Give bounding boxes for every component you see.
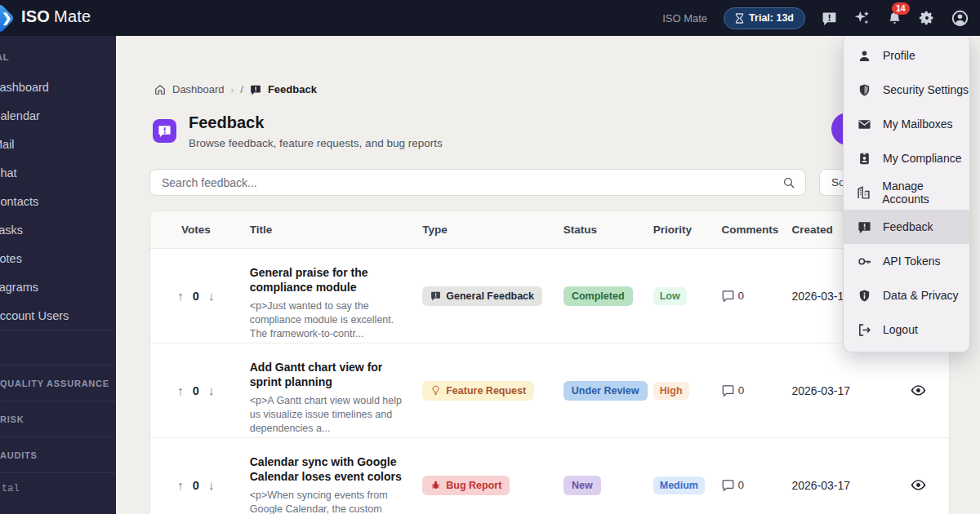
sidebar-section-audits[interactable]: AUDITS (0, 437, 116, 472)
envelope-icon (857, 117, 871, 131)
sidebar-section-risk[interactable]: RISK (0, 401, 116, 436)
building-icon (857, 186, 871, 200)
sidebar-item-notes[interactable]: Notes (0, 244, 116, 273)
menu-item-security-settings[interactable]: Security Settings (844, 73, 969, 107)
breadcrumb: Dashboard › / Feedback (154, 83, 317, 95)
table-row[interactable]: ↑ 0 ↓ Add Gantt chart view for sprint pl… (150, 343, 949, 438)
view-button[interactable] (911, 383, 926, 398)
sidebar-item-account-users[interactable]: Account Users (0, 301, 116, 330)
menu-item-label: My Mailboxes (883, 117, 953, 131)
feedback-page-icon (153, 119, 176, 143)
feedback-type-icon (430, 290, 441, 301)
status-badge: New (564, 476, 601, 495)
feedback-table: Votes Title Type Status Priority Comment… (149, 210, 950, 514)
menu-item-my-compliance[interactable]: My Compliance (844, 141, 969, 175)
col-priority: Priority (641, 224, 706, 236)
priority-badge: High (653, 382, 689, 400)
table-row[interactable]: ↑ 0 ↓ Calendar sync with Google Calendar… (150, 438, 949, 514)
feedback-nav-icon[interactable] (820, 9, 838, 27)
view-button[interactable] (911, 477, 926, 493)
status-badge: Completed (564, 286, 633, 306)
menu-item-feedback[interactable]: Feedback (844, 210, 969, 244)
downvote-button[interactable]: ↓ (208, 478, 215, 492)
menu-item-label: Data & Privacy (883, 289, 959, 302)
created-date: 2026-03-17 (775, 343, 888, 437)
menu-item-manage-accounts[interactable]: Manage Accounts (844, 175, 969, 210)
feedback-title: General praise for the compliance module (250, 265, 405, 295)
sparkles-icon[interactable] (853, 9, 871, 27)
feedback-crumb-icon (250, 84, 261, 95)
sidebar-item-calendar[interactable]: Calendar (0, 101, 116, 130)
upvote-button[interactable]: ↑ (177, 478, 184, 492)
brand-light: Mate (54, 7, 91, 25)
bug-icon (430, 480, 441, 490)
comment-count: 0 (738, 479, 745, 491)
comment-icon (722, 290, 734, 302)
page-title: Feedback (189, 113, 443, 132)
priority-badge: Low (653, 287, 687, 305)
upvote-button[interactable]: ↑ (177, 289, 184, 303)
menu-item-profile[interactable]: Profile (844, 38, 969, 73)
feedback-description: <p>Just wanted to say the compliance mod… (250, 299, 405, 341)
status-badge: Under Review (564, 381, 648, 401)
navbar-app-name: ISO Mate (662, 12, 707, 24)
menu-item-my-mailboxes[interactable]: My Mailboxes (844, 107, 969, 141)
profile-icon (857, 49, 871, 63)
sidebar-section-general: GENERAL (0, 49, 116, 65)
menu-item-logout[interactable]: Logout (844, 312, 969, 347)
vote-count: 0 (193, 384, 199, 397)
key-icon (857, 255, 871, 268)
sidebar-divider (0, 472, 116, 473)
created-date: 2026-03-17 (775, 438, 888, 514)
sidebar-item-contacts[interactable]: Contacts (0, 187, 116, 215)
menu-item-api-tokens[interactable]: API Tokens (844, 244, 969, 278)
feedback-title: Calendar sync with Google Calendar loses… (250, 454, 405, 485)
sidebar-item-dashboard[interactable]: Dashboard (0, 73, 116, 101)
table-row[interactable]: ↑ 0 ↓ General praise for the compliance … (150, 249, 949, 343)
feedback-icon (857, 220, 871, 234)
home-icon (154, 84, 166, 95)
notifications-bell-icon[interactable]: 14 (885, 9, 903, 27)
search-input[interactable] (150, 176, 782, 189)
downvote-button[interactable]: ↓ (208, 289, 215, 303)
sidebar-item-tasks[interactable]: Tasks (0, 215, 116, 244)
sidebar: GENERAL Dashboard Calendar Mail Chat Con… (0, 36, 116, 514)
sidebar-gap (0, 330, 116, 365)
notification-count-badge: 14 (892, 2, 910, 15)
comment-count: 0 (738, 384, 745, 397)
breadcrumb-dashboard[interactable]: Dashboard (172, 83, 225, 95)
trial-badge[interactable]: Trial: 13d (724, 7, 805, 29)
sidebar-item-mail[interactable]: Mail (0, 130, 116, 158)
menu-item-label: API Tokens (883, 255, 941, 268)
col-title: Title (242, 224, 413, 236)
trial-badge-label: Trial: 13d (749, 12, 794, 24)
upvote-button[interactable]: ↑ (177, 383, 184, 397)
sidebar-section-quality-assurance[interactable]: QUALITY ASSURANCE (0, 366, 116, 401)
sidebar-item-diagrams[interactable]: Diagrams (0, 273, 116, 301)
logo-chevron-icon: ❯ (2, 11, 12, 25)
feedback-description: <p>When syncing events from Google Calen… (250, 489, 405, 514)
eye-icon (911, 477, 926, 493)
comment-icon (722, 384, 734, 397)
downvote-button[interactable]: ↓ (208, 383, 215, 397)
comment-count: 0 (738, 290, 745, 302)
sidebar-item-chat[interactable]: Chat (0, 158, 116, 187)
type-badge: General Feedback (422, 286, 542, 306)
menu-item-data-privacy[interactable]: Data & Privacy (844, 278, 969, 312)
user-dropdown-menu: Profile Security Settings My Mailboxes M… (843, 36, 970, 352)
shield-info-icon (857, 289, 871, 303)
col-comments: Comments (706, 224, 775, 236)
top-navbar: ❯ ISOMate ISO Mate Trial: 13d 14 (0, 0, 980, 36)
settings-gear-icon[interactable] (918, 9, 936, 27)
vote-count: 0 (193, 290, 199, 303)
menu-item-label: Security Settings (883, 83, 969, 96)
user-avatar-icon[interactable] (951, 9, 969, 27)
vote-count: 0 (193, 479, 199, 492)
brand-title: ISOMate (21, 7, 91, 26)
menu-item-label: Manage Accounts (882, 179, 969, 206)
shield-icon (857, 83, 871, 97)
app-logo[interactable]: ❯ ISOMate (0, 0, 122, 36)
brand-bold: ISO (21, 7, 50, 25)
menu-item-label: Logout (883, 323, 918, 336)
menu-item-label: Feedback (883, 220, 933, 233)
